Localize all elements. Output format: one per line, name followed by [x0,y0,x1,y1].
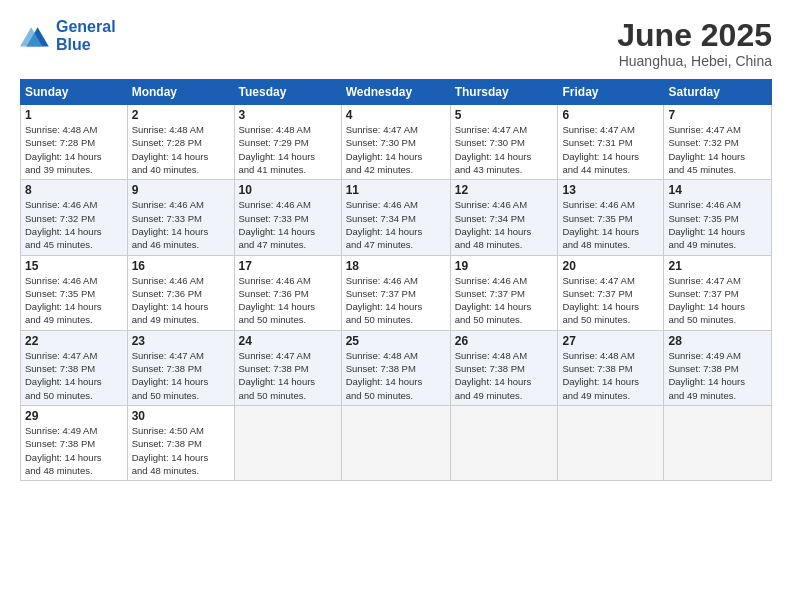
day-number: 26 [455,334,554,348]
day-number: 22 [25,334,123,348]
subtitle: Huanghua, Hebei, China [617,53,772,69]
day-info: Sunrise: 4:48 AM Sunset: 7:38 PM Dayligh… [346,349,446,402]
calendar-week-row: 29Sunrise: 4:49 AM Sunset: 7:38 PM Dayli… [21,405,772,480]
day-info: Sunrise: 4:47 AM Sunset: 7:37 PM Dayligh… [562,274,659,327]
calendar-cell: 8Sunrise: 4:46 AM Sunset: 7:32 PM Daylig… [21,180,128,255]
day-info: Sunrise: 4:48 AM Sunset: 7:38 PM Dayligh… [455,349,554,402]
calendar-cell: 22Sunrise: 4:47 AM Sunset: 7:38 PM Dayli… [21,330,128,405]
calendar-cell: 11Sunrise: 4:46 AM Sunset: 7:34 PM Dayli… [341,180,450,255]
calendar-cell: 27Sunrise: 4:48 AM Sunset: 7:38 PM Dayli… [558,330,664,405]
calendar-cell: 23Sunrise: 4:47 AM Sunset: 7:38 PM Dayli… [127,330,234,405]
day-info: Sunrise: 4:50 AM Sunset: 7:38 PM Dayligh… [132,424,230,477]
day-info: Sunrise: 4:46 AM Sunset: 7:32 PM Dayligh… [25,198,123,251]
day-number: 18 [346,259,446,273]
calendar-cell: 3Sunrise: 4:48 AM Sunset: 7:29 PM Daylig… [234,105,341,180]
calendar-week-row: 22Sunrise: 4:47 AM Sunset: 7:38 PM Dayli… [21,330,772,405]
page: General Blue June 2025 Huanghua, Hebei, … [0,0,792,612]
calendar-cell: 9Sunrise: 4:46 AM Sunset: 7:33 PM Daylig… [127,180,234,255]
day-info: Sunrise: 4:46 AM Sunset: 7:34 PM Dayligh… [346,198,446,251]
day-number: 16 [132,259,230,273]
day-info: Sunrise: 4:47 AM Sunset: 7:31 PM Dayligh… [562,123,659,176]
day-number: 25 [346,334,446,348]
day-info: Sunrise: 4:46 AM Sunset: 7:37 PM Dayligh… [346,274,446,327]
calendar-cell: 4Sunrise: 4:47 AM Sunset: 7:30 PM Daylig… [341,105,450,180]
day-number: 4 [346,108,446,122]
day-number: 24 [239,334,337,348]
calendar-cell: 21Sunrise: 4:47 AM Sunset: 7:37 PM Dayli… [664,255,772,330]
header-friday: Friday [558,80,664,105]
day-number: 8 [25,183,123,197]
calendar-cell: 2Sunrise: 4:48 AM Sunset: 7:28 PM Daylig… [127,105,234,180]
day-number: 30 [132,409,230,423]
logo: General Blue [20,18,116,53]
day-number: 10 [239,183,337,197]
calendar-week-row: 1Sunrise: 4:48 AM Sunset: 7:28 PM Daylig… [21,105,772,180]
day-number: 27 [562,334,659,348]
day-number: 12 [455,183,554,197]
calendar-cell: 28Sunrise: 4:49 AM Sunset: 7:38 PM Dayli… [664,330,772,405]
day-info: Sunrise: 4:46 AM Sunset: 7:35 PM Dayligh… [25,274,123,327]
day-info: Sunrise: 4:46 AM Sunset: 7:37 PM Dayligh… [455,274,554,327]
calendar-cell [450,405,558,480]
calendar-cell: 24Sunrise: 4:47 AM Sunset: 7:38 PM Dayli… [234,330,341,405]
calendar-cell: 20Sunrise: 4:47 AM Sunset: 7:37 PM Dayli… [558,255,664,330]
header-saturday: Saturday [664,80,772,105]
day-info: Sunrise: 4:46 AM Sunset: 7:35 PM Dayligh… [562,198,659,251]
day-info: Sunrise: 4:46 AM Sunset: 7:34 PM Dayligh… [455,198,554,251]
day-number: 17 [239,259,337,273]
day-info: Sunrise: 4:48 AM Sunset: 7:28 PM Dayligh… [132,123,230,176]
day-info: Sunrise: 4:49 AM Sunset: 7:38 PM Dayligh… [668,349,767,402]
calendar: Sunday Monday Tuesday Wednesday Thursday… [20,79,772,481]
day-info: Sunrise: 4:47 AM Sunset: 7:30 PM Dayligh… [455,123,554,176]
day-info: Sunrise: 4:48 AM Sunset: 7:38 PM Dayligh… [562,349,659,402]
logo-icon [20,22,52,50]
day-number: 15 [25,259,123,273]
calendar-cell [341,405,450,480]
calendar-cell: 25Sunrise: 4:48 AM Sunset: 7:38 PM Dayli… [341,330,450,405]
header: General Blue June 2025 Huanghua, Hebei, … [20,18,772,69]
header-thursday: Thursday [450,80,558,105]
day-number: 5 [455,108,554,122]
calendar-cell: 29Sunrise: 4:49 AM Sunset: 7:38 PM Dayli… [21,405,128,480]
calendar-week-row: 8Sunrise: 4:46 AM Sunset: 7:32 PM Daylig… [21,180,772,255]
calendar-cell: 13Sunrise: 4:46 AM Sunset: 7:35 PM Dayli… [558,180,664,255]
calendar-cell: 19Sunrise: 4:46 AM Sunset: 7:37 PM Dayli… [450,255,558,330]
calendar-cell: 6Sunrise: 4:47 AM Sunset: 7:31 PM Daylig… [558,105,664,180]
day-number: 2 [132,108,230,122]
calendar-cell: 26Sunrise: 4:48 AM Sunset: 7:38 PM Dayli… [450,330,558,405]
calendar-cell: 5Sunrise: 4:47 AM Sunset: 7:30 PM Daylig… [450,105,558,180]
calendar-cell: 1Sunrise: 4:48 AM Sunset: 7:28 PM Daylig… [21,105,128,180]
calendar-cell: 15Sunrise: 4:46 AM Sunset: 7:35 PM Dayli… [21,255,128,330]
day-info: Sunrise: 4:46 AM Sunset: 7:36 PM Dayligh… [132,274,230,327]
main-title: June 2025 [617,18,772,53]
header-monday: Monday [127,80,234,105]
day-info: Sunrise: 4:48 AM Sunset: 7:29 PM Dayligh… [239,123,337,176]
day-info: Sunrise: 4:47 AM Sunset: 7:38 PM Dayligh… [132,349,230,402]
calendar-cell: 17Sunrise: 4:46 AM Sunset: 7:36 PM Dayli… [234,255,341,330]
day-info: Sunrise: 4:47 AM Sunset: 7:37 PM Dayligh… [668,274,767,327]
calendar-cell: 10Sunrise: 4:46 AM Sunset: 7:33 PM Dayli… [234,180,341,255]
calendar-cell: 14Sunrise: 4:46 AM Sunset: 7:35 PM Dayli… [664,180,772,255]
header-tuesday: Tuesday [234,80,341,105]
day-number: 23 [132,334,230,348]
calendar-cell [664,405,772,480]
calendar-week-row: 15Sunrise: 4:46 AM Sunset: 7:35 PM Dayli… [21,255,772,330]
day-info: Sunrise: 4:49 AM Sunset: 7:38 PM Dayligh… [25,424,123,477]
calendar-cell: 7Sunrise: 4:47 AM Sunset: 7:32 PM Daylig… [664,105,772,180]
calendar-cell: 30Sunrise: 4:50 AM Sunset: 7:38 PM Dayli… [127,405,234,480]
day-number: 14 [668,183,767,197]
day-info: Sunrise: 4:46 AM Sunset: 7:36 PM Dayligh… [239,274,337,327]
day-number: 29 [25,409,123,423]
day-number: 21 [668,259,767,273]
day-info: Sunrise: 4:47 AM Sunset: 7:30 PM Dayligh… [346,123,446,176]
day-info: Sunrise: 4:46 AM Sunset: 7:33 PM Dayligh… [239,198,337,251]
day-number: 6 [562,108,659,122]
day-info: Sunrise: 4:47 AM Sunset: 7:38 PM Dayligh… [25,349,123,402]
calendar-cell [558,405,664,480]
day-number: 20 [562,259,659,273]
title-block: June 2025 Huanghua, Hebei, China [617,18,772,69]
day-info: Sunrise: 4:46 AM Sunset: 7:33 PM Dayligh… [132,198,230,251]
day-number: 13 [562,183,659,197]
calendar-cell: 16Sunrise: 4:46 AM Sunset: 7:36 PM Dayli… [127,255,234,330]
day-number: 11 [346,183,446,197]
